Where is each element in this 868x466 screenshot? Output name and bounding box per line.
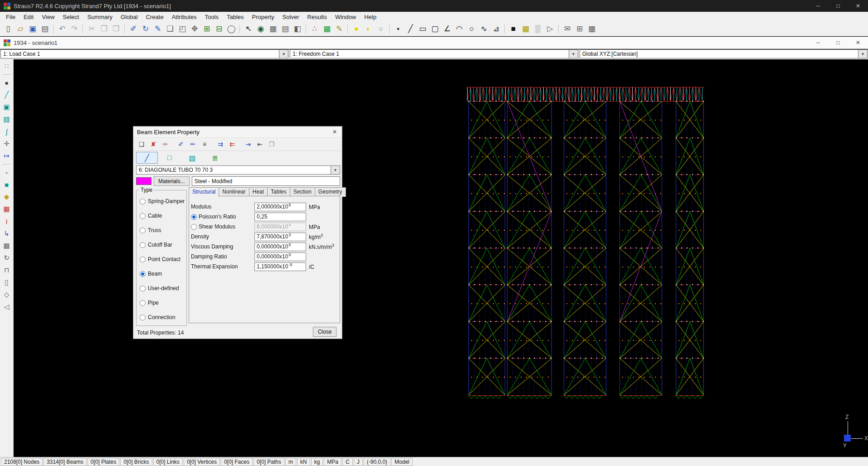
element-display-icon[interactable]: ▩ — [321, 23, 333, 35]
bulb-off-icon[interactable]: ○ — [375, 23, 387, 35]
type-radio[interactable]: Pipe — [137, 296, 186, 310]
property-paint-all-icon[interactable]: ✏ — [187, 139, 198, 149]
dialog-tab[interactable]: Nonlinear — [219, 187, 249, 197]
menu-item[interactable]: Select — [59, 12, 83, 22]
draw-line-icon[interactable]: ╱ — [405, 23, 416, 35]
type-radio[interactable]: Spring-Damper — [137, 194, 186, 209]
property-copy-next-icon[interactable]: ⇉ — [215, 139, 226, 149]
type-radio[interactable]: Truss — [137, 223, 186, 238]
brick-property-tab[interactable]: ▧ — [181, 152, 203, 164]
beam-tool-icon[interactable]: ╱ — [1, 89, 12, 100]
status-cell[interactable]: 0[0] Plates — [88, 458, 120, 466]
draw-circle-icon[interactable]: ○ — [466, 23, 478, 35]
redo-icon[interactable]: ↷ — [68, 23, 80, 35]
section-tool-icon[interactable]: I — [1, 216, 12, 227]
field-input[interactable]: 8,000000x104 — [254, 223, 306, 231]
status-cell[interactable]: 0[0] Faces — [221, 458, 253, 466]
table-tool-icon[interactable]: ▦ — [1, 240, 12, 251]
node-tool-icon[interactable]: ● — [1, 77, 12, 88]
node-display-icon[interactable]: ∴ — [309, 23, 321, 35]
property-export-icon[interactable]: ⇥ — [243, 139, 254, 149]
undo-icon[interactable]: ↶ — [56, 23, 68, 35]
dropdown-arrow-icon[interactable]: ▼ — [858, 50, 867, 58]
attribute-display-icon[interactable]: ✎ — [333, 23, 345, 35]
status-cell[interactable]: m — [285, 458, 296, 466]
maximize-button[interactable]: □ — [828, 0, 848, 12]
status-cell[interactable]: 3314[0] Beams — [44, 458, 87, 466]
probe-tool-icon[interactable]: ✛ — [1, 138, 12, 149]
menu-item[interactable]: Summary — [83, 12, 117, 22]
material-color-swatch[interactable] — [136, 177, 151, 185]
report-icon[interactable]: ⊞ — [574, 23, 585, 35]
dropdown-arrow-icon[interactable]: ▼ — [569, 50, 578, 58]
type-radio[interactable]: Connection — [137, 310, 186, 325]
paste-icon[interactable]: ❒ — [110, 23, 122, 35]
menu-item[interactable]: File — [2, 12, 20, 22]
menu-item[interactable]: Help — [360, 12, 380, 22]
vertex-tool-icon[interactable]: ◦ — [1, 167, 12, 178]
materials-button[interactable]: Materials... — [154, 176, 190, 186]
field-input[interactable]: 1,150000x10-5 — [254, 262, 306, 271]
draw-rounded-rect-icon[interactable]: ▢ — [429, 23, 441, 35]
draw-arc-icon[interactable]: ◠ — [454, 23, 465, 35]
status-cell[interactable]: 0[0] Paths — [254, 458, 284, 466]
menu-item[interactable]: Results — [303, 12, 331, 22]
select-window-icon[interactable]: ❑ — [164, 23, 176, 35]
property-select-combo[interactable]: 6: DIAGONALE TUBO 70 70 3 ▼ — [136, 165, 340, 175]
minimize-button[interactable]: ─ — [808, 0, 828, 12]
dialog-tab[interactable]: Tables — [267, 187, 290, 197]
property-delete-icon[interactable]: ✘ — [148, 139, 159, 149]
model-minimize-button[interactable]: ─ — [808, 37, 828, 49]
dialog-tab[interactable]: Heat — [249, 187, 268, 197]
status-cell[interactable]: 2108[0] Nodes — [1, 458, 43, 466]
load-case-combo[interactable]: 1: Load Case 1 ▼ — [0, 49, 288, 58]
type-radio[interactable]: User-defined — [137, 281, 186, 296]
type-radio[interactable]: Cutoff Bar — [137, 238, 186, 252]
material-name-input[interactable]: Steel - Modified — [192, 176, 340, 186]
draw-rect-icon[interactable]: ▭ — [417, 23, 429, 35]
open-folder-icon[interactable]: ▱ — [15, 23, 26, 35]
field-input[interactable]: 0,25 — [254, 213, 306, 221]
flip-tool-icon[interactable]: ◁ — [1, 301, 12, 312]
type-radio[interactable]: Beam — [137, 267, 186, 281]
property-copy-prev-icon[interactable]: ⇇ — [227, 139, 238, 149]
pen-tool-icon[interactable]: ✎ — [152, 23, 164, 35]
field-input[interactable]: 2,000000x105 — [254, 203, 306, 211]
field-radio[interactable] — [191, 214, 197, 220]
plate-property-tab[interactable]: □ — [159, 152, 180, 164]
solid-tool-icon[interactable]: ■ — [1, 179, 12, 190]
status-cell[interactable]: (-90,0,0) — [364, 458, 390, 466]
plate-tool-icon[interactable]: ▣ — [1, 102, 12, 112]
close-button[interactable]: ✕ — [848, 0, 868, 12]
status-cell[interactable]: kg — [311, 458, 323, 466]
menu-item[interactable]: Property — [248, 12, 278, 22]
menu-item[interactable]: Solver — [278, 12, 303, 22]
dropdown-arrow-icon[interactable]: ▼ — [279, 50, 288, 58]
status-cell[interactable]: MPa — [324, 458, 341, 466]
dialog-close-icon[interactable]: ✕ — [327, 126, 342, 137]
dialog-tab[interactable]: Section — [290, 187, 315, 197]
type-radio[interactable]: Point Contact — [137, 252, 186, 267]
path-tool-icon[interactable]: ↳ — [1, 228, 12, 239]
measure-icon[interactable]: ⊿ — [490, 23, 502, 35]
draw-polyline-icon[interactable]: ∠ — [441, 23, 453, 35]
mesh-tool-icon[interactable]: ▦ — [1, 204, 12, 214]
zoom-out-icon[interactable]: ⊟ — [213, 23, 225, 35]
extrude-tool-icon[interactable]: ↦ — [1, 150, 12, 161]
save-icon[interactable]: ▣ — [27, 23, 39, 35]
render-solid-icon[interactable]: ■ — [507, 23, 519, 35]
dialog-tab[interactable]: Structural — [189, 187, 219, 197]
status-cell[interactable]: 0[0] Links — [153, 458, 183, 466]
draw-point-icon[interactable]: • — [392, 23, 404, 35]
model-maximize-button[interactable]: □ — [828, 37, 848, 49]
rotate-view-icon[interactable]: ↻ — [1, 252, 12, 263]
freedom-case-combo[interactable]: 1: Freedom Case 1 ▼ — [290, 49, 578, 58]
bulb-on-icon[interactable]: ● — [351, 23, 362, 35]
status-cell[interactable]: J — [354, 458, 363, 466]
mail-icon[interactable]: ✉ — [561, 23, 573, 35]
bulb-half-icon[interactable]: ◐ — [363, 23, 375, 35]
zoom-window-icon[interactable]: ◰ — [176, 23, 188, 35]
morph-tool-icon[interactable]: ◇ — [1, 289, 12, 300]
field-input[interactable]: 7,870000x103 — [254, 233, 306, 241]
menu-item[interactable]: Edit — [20, 12, 38, 22]
